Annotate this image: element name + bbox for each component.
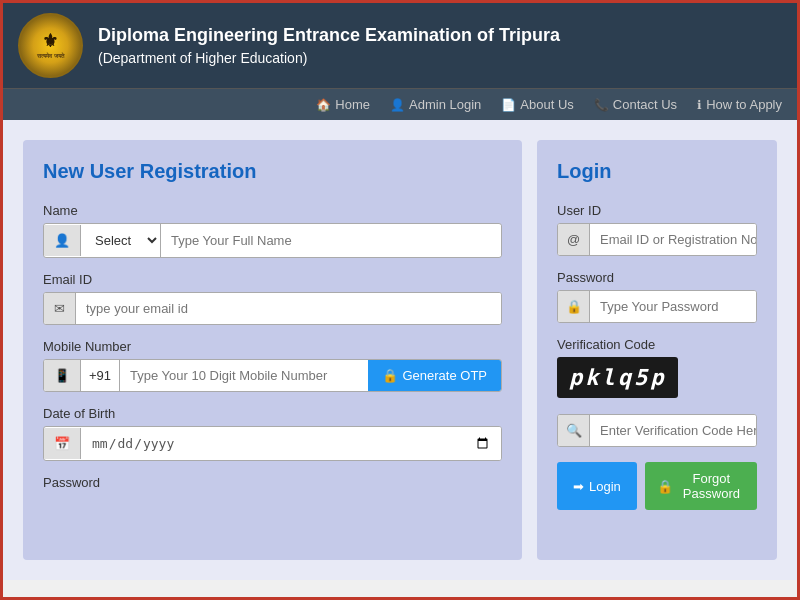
verification-input[interactable] xyxy=(590,415,757,446)
login-password-input[interactable] xyxy=(590,291,757,322)
login-title: Login xyxy=(557,160,757,183)
email-label: Email ID xyxy=(43,272,502,287)
mobile-label: Mobile Number xyxy=(43,339,502,354)
nav-admin-label: Admin Login xyxy=(409,97,481,112)
lock-icon: 🔒 xyxy=(382,368,398,383)
mobile-field-group: Mobile Number 📱 +91 🔒 Generate OTP xyxy=(43,339,502,392)
captcha-text: pklq5p xyxy=(557,357,678,398)
email-input[interactable] xyxy=(76,293,501,324)
otp-btn-label: Generate OTP xyxy=(402,368,487,383)
registration-panel: New User Registration Name 👤 Select Mr M… xyxy=(23,140,522,560)
captcha-image: pklq5p xyxy=(557,357,757,406)
dob-label: Date of Birth xyxy=(43,406,502,421)
nav-contact[interactable]: 📞 Contact Us xyxy=(594,97,677,112)
login-password-label: Password xyxy=(557,270,757,285)
login-button[interactable]: ➡ Login xyxy=(557,462,637,510)
person-icon: 👤 xyxy=(44,225,81,256)
emblem-inner: ⚜ सत्यमेव जयते xyxy=(37,31,64,60)
at-icon: @ xyxy=(558,224,590,255)
nav-contact-label: Contact Us xyxy=(613,97,677,112)
navigation: 🏠 Home 👤 Admin Login 📄 About Us 📞 Contac… xyxy=(3,88,797,120)
nav-about-label: About Us xyxy=(520,97,573,112)
verification-input-wrapper: 🔍 xyxy=(557,414,757,447)
admin-icon: 👤 xyxy=(390,98,405,112)
name-input-wrapper: 👤 Select Mr Ms Mrs xyxy=(43,223,502,258)
mobile-input[interactable] xyxy=(120,360,368,391)
login-panel: Login User ID @ Password 🔒 Verification … xyxy=(537,140,777,560)
userid-label: User ID xyxy=(557,203,757,218)
login-password-wrapper: 🔒 xyxy=(557,290,757,323)
home-icon: 🏠 xyxy=(316,98,331,112)
mobile-input-wrapper: 📱 +91 🔒 Generate OTP xyxy=(43,359,502,392)
nav-admin-login[interactable]: 👤 Admin Login xyxy=(390,97,481,112)
mobile-prefix: +91 xyxy=(81,360,120,391)
name-input[interactable] xyxy=(161,225,501,256)
calendar-icon: 📅 xyxy=(44,428,81,459)
header-title: Diploma Engineering Entrance Examination… xyxy=(98,25,560,46)
forgot-btn-label: Forgot Password xyxy=(678,471,745,501)
registration-title: New User Registration xyxy=(43,160,502,183)
nav-apply-label: How to Apply xyxy=(706,97,782,112)
login-password-group: Password 🔒 xyxy=(557,270,757,323)
password-label: Password xyxy=(43,475,502,490)
email-field-group: Email ID ✉ xyxy=(43,272,502,325)
nav-home-label: Home xyxy=(335,97,370,112)
password-field-group: Password xyxy=(43,475,502,490)
email-icon: ✉ xyxy=(44,293,76,324)
header: ⚜ सत्यमेव जयते Diploma Engineering Entra… xyxy=(3,3,797,88)
emblem: ⚜ सत्यमेव जयते xyxy=(18,13,83,78)
lock-icon-login: 🔒 xyxy=(558,291,590,322)
forgot-lock-icon: 🔒 xyxy=(657,479,673,494)
name-label: Name xyxy=(43,203,502,218)
login-btn-label: Login xyxy=(589,479,621,494)
nav-about[interactable]: 📄 About Us xyxy=(501,97,573,112)
dob-input-wrapper: 📅 xyxy=(43,426,502,461)
nav-home[interactable]: 🏠 Home xyxy=(316,97,370,112)
mobile-icon: 📱 xyxy=(44,360,81,391)
name-field-group: Name 👤 Select Mr Ms Mrs xyxy=(43,203,502,258)
login-arrow-icon: ➡ xyxy=(573,479,584,494)
info-icon: ℹ xyxy=(697,98,702,112)
name-title-select[interactable]: Select Mr Ms Mrs xyxy=(81,224,161,257)
generate-otp-button[interactable]: 🔒 Generate OTP xyxy=(368,360,501,391)
userid-field-group: User ID @ xyxy=(557,203,757,256)
userid-input-wrapper: @ xyxy=(557,223,757,256)
dob-input[interactable] xyxy=(81,427,501,460)
dob-field-group: Date of Birth 📅 xyxy=(43,406,502,461)
verification-label: Verification Code xyxy=(557,337,757,352)
userid-input[interactable] xyxy=(590,224,757,255)
verification-field-group: Verification Code pklq5p 🔍 xyxy=(557,337,757,447)
header-text: Diploma Engineering Entrance Examination… xyxy=(98,25,560,66)
search-icon: 🔍 xyxy=(558,415,590,446)
main-content: New User Registration Name 👤 Select Mr M… xyxy=(3,120,797,580)
nav-how-to-apply[interactable]: ℹ How to Apply xyxy=(697,97,782,112)
contact-icon: 📞 xyxy=(594,98,609,112)
login-buttons: ➡ Login 🔒 Forgot Password xyxy=(557,462,757,510)
email-input-wrapper: ✉ xyxy=(43,292,502,325)
forgot-password-button[interactable]: 🔒 Forgot Password xyxy=(645,462,757,510)
header-subtitle: (Department of Higher Education) xyxy=(98,50,560,66)
about-icon: 📄 xyxy=(501,98,516,112)
